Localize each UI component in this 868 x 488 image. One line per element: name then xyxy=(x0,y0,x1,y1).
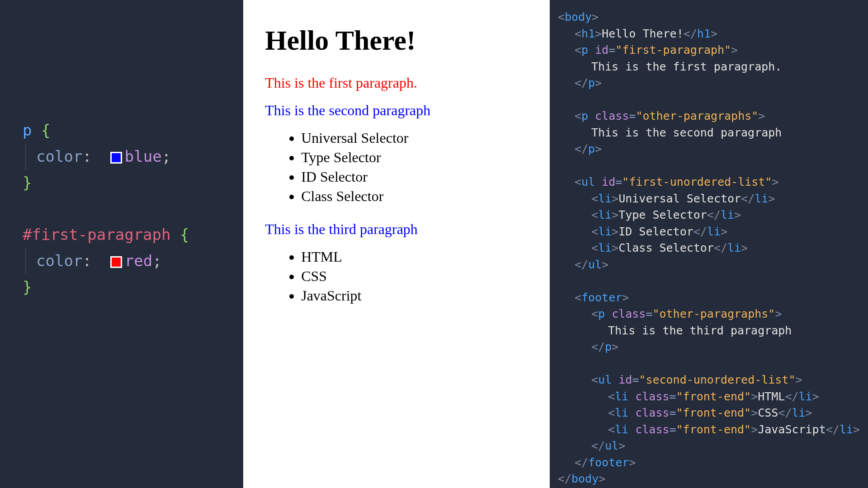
css-value: red xyxy=(125,252,152,270)
code-line: This is the third paragraph xyxy=(558,323,860,339)
code-line: <li>Universal Selector</li> xyxy=(558,191,860,207)
preview-list-1: Universal Selector Type Selector ID Sele… xyxy=(265,130,528,205)
code-line: This is the second paragraph xyxy=(558,125,860,141)
preview-list-2: HTML CSS JavaScript xyxy=(265,249,528,304)
css-property: color xyxy=(36,147,82,165)
code-line: <p class="other-paragraphs"> xyxy=(558,108,860,125)
list-item: Type Selector xyxy=(301,149,528,166)
list-item: Class Selector xyxy=(301,188,528,205)
preview-paragraph-3: This is the third paragraph xyxy=(265,221,528,238)
preview-panel: Hello There! This is the first paragraph… xyxy=(243,0,550,488)
code-line: <footer> xyxy=(558,290,860,306)
css-rule-2: #first-paragraph { color: red; } xyxy=(23,222,225,300)
code-line: </footer> xyxy=(558,455,860,471)
list-item: ID Selector xyxy=(301,169,528,185)
code-line: <body> xyxy=(558,9,860,26)
css-property: color xyxy=(36,252,82,270)
code-line: <ul id="first-unordered-list"> xyxy=(558,174,860,191)
code-line: <p class="other-paragraphs"> xyxy=(558,306,860,323)
code-line: This is the first paragraph. xyxy=(558,59,860,75)
preview-paragraph-1: This is the first paragraph. xyxy=(265,75,528,91)
code-line: </body> xyxy=(558,471,860,488)
code-line: <li class="front-end">HTML</li> xyxy=(558,389,860,405)
code-line: </p> xyxy=(558,141,860,158)
brace-open: { xyxy=(41,121,50,139)
code-line: </ul> xyxy=(558,257,860,273)
css-rule-1: p { color: blue; } xyxy=(23,117,225,196)
css-selector: p xyxy=(23,121,32,139)
code-line: <li>ID Selector</li> xyxy=(558,224,860,240)
css-code-panel: p { color: blue; } #first-paragraph { co… xyxy=(0,0,243,488)
code-line: <li>Type Selector</li> xyxy=(558,207,860,224)
css-selector-id: #first-paragraph xyxy=(23,225,171,244)
code-line: </ul> xyxy=(558,438,860,455)
preview-heading: Hello There! xyxy=(265,24,528,56)
brace-open: { xyxy=(180,225,189,244)
list-item: Universal Selector xyxy=(301,130,528,146)
list-item: HTML xyxy=(301,249,528,265)
code-line: <li class="front-end">JavaScript</li> xyxy=(558,422,860,438)
code-line: <ul id="second-unordered-list"> xyxy=(558,372,860,389)
code-line: <li class="front-end">CSS</li> xyxy=(558,405,860,422)
brace-close: } xyxy=(23,174,32,192)
color-swatch-blue xyxy=(110,152,122,164)
code-line: <li>Class Selector</li> xyxy=(558,240,860,257)
preview-paragraph-2: This is the second paragraph xyxy=(265,102,528,119)
code-line: </p> xyxy=(558,339,860,356)
color-swatch-red xyxy=(110,256,122,268)
list-item: JavaScript xyxy=(301,287,528,304)
code-line: </p> xyxy=(558,75,860,92)
css-value: blue xyxy=(125,147,162,165)
code-line: <h1>Hello There!</h1> xyxy=(558,26,860,42)
html-code-panel: <body> <h1>Hello There!</h1> <p id="firs… xyxy=(550,0,868,488)
code-line: <p id="first-paragraph"> xyxy=(558,42,860,59)
brace-close: } xyxy=(23,278,32,296)
list-item: CSS xyxy=(301,268,528,285)
